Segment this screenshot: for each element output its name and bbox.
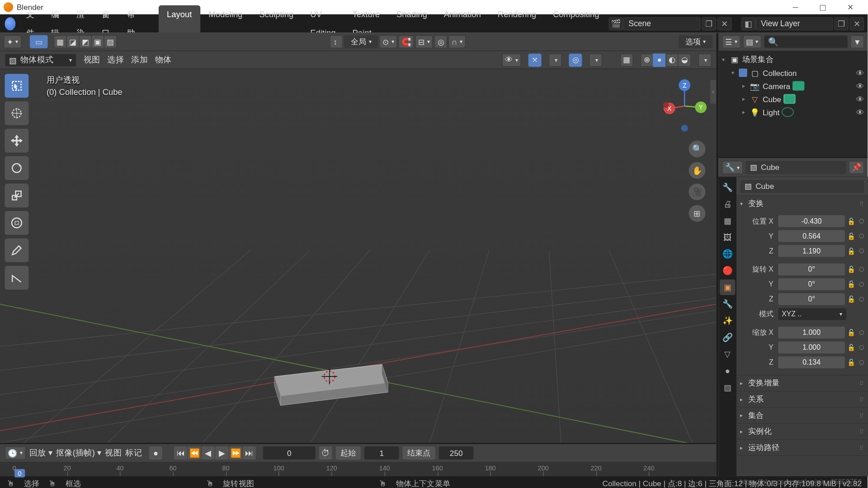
lock-icon[interactable]: 🔓 <box>846 278 857 290</box>
keyframe-dot[interactable] <box>859 345 864 350</box>
proportional-dropdown[interactable]: ∩▾ <box>448 35 465 48</box>
tab-viewlayer-icon[interactable]: ▦ <box>720 213 735 228</box>
jump-next-key-button[interactable]: ⏩ <box>229 446 242 460</box>
3d-viewport[interactable]: 用户透视 (0) Collection | Cube Z X <box>0 69 716 443</box>
menu-add[interactable]: 添加 <box>131 55 148 66</box>
tab-texture-icon[interactable]: ▨ <box>720 380 735 395</box>
timeline-keying[interactable]: 抠像(插帧) ▾ <box>56 448 102 459</box>
timeline-view[interactable]: 视图 <box>105 448 122 459</box>
section-transform[interactable]: ▾变换⠿ <box>736 196 868 211</box>
select-new[interactable]: ▦ <box>54 35 67 48</box>
mode-selector[interactable]: ▧物体模式▾ <box>5 53 76 66</box>
play-button[interactable]: ▶ <box>215 446 228 460</box>
rotation-mode-dropdown[interactable]: XYZ ..▾ <box>778 308 846 320</box>
shading-dropdown[interactable]: ▾ <box>698 53 712 66</box>
n-panel-toggle[interactable]: ‹ <box>710 80 716 104</box>
menu-view[interactable]: 视图 <box>84 55 100 66</box>
outliner-editor-type[interactable]: ☰▾ <box>722 35 741 48</box>
timeline-ruler[interactable]: 0 020406080100120140160180200220240 <box>0 462 716 476</box>
visibility-toggle-icon[interactable]: 👁 <box>856 94 864 103</box>
tab-constraints-icon[interactable]: 🔗 <box>720 329 735 345</box>
jump-prev-key-button[interactable]: ⏪ <box>188 446 201 460</box>
tab-render-icon[interactable]: 🔧 <box>720 179 735 195</box>
blender-icon[interactable] <box>5 17 15 30</box>
outliner-search[interactable]: 🔍 <box>764 35 848 48</box>
current-frame-field[interactable]: 0 <box>263 446 316 460</box>
visibility-dropdown[interactable]: 👁▾ <box>502 53 521 66</box>
outliner-collection[interactable]: ▾▢Collection 👁 <box>718 66 868 79</box>
lock-icon[interactable]: 🔓 <box>846 245 857 257</box>
timeline-marker[interactable]: 标记 <box>125 448 142 459</box>
gizmo-dropdown[interactable]: ▾ <box>548 53 561 66</box>
menu-object[interactable]: 物体 <box>155 55 172 66</box>
shading-rendered[interactable]: ◒ <box>678 53 691 66</box>
scene-new-button[interactable]: ❐ <box>702 17 716 30</box>
outliner-display-mode[interactable]: ▤▾ <box>743 35 761 48</box>
keyframe-dot[interactable] <box>859 219 864 224</box>
shading-solid[interactable]: ● <box>653 53 666 66</box>
location-x-field[interactable]: -0.430 <box>778 215 845 227</box>
lock-icon[interactable]: 🔓 <box>846 230 857 242</box>
visibility-toggle-icon[interactable]: 👁 <box>856 68 864 77</box>
keyframe-dot[interactable] <box>859 234 864 239</box>
section-delta[interactable]: ▸变换增量⠿ <box>736 375 868 391</box>
zoom-button[interactable]: 🔍 <box>689 141 705 157</box>
outliner-filter[interactable]: ▼ <box>850 35 864 48</box>
outliner-item-cube[interactable]: ▸▽Cube 👁 <box>718 92 868 105</box>
rotation-z-field[interactable]: 0° <box>778 293 845 305</box>
overlay-dropdown[interactable]: ▾ <box>589 53 602 66</box>
tab-object-icon[interactable]: ▣ <box>720 280 735 295</box>
tool-select-box[interactable] <box>5 74 29 98</box>
lock-icon[interactable]: 🔓 <box>846 215 857 227</box>
scale-z-field[interactable]: 0.134 <box>778 357 845 368</box>
proportional-toggle[interactable]: ◎ <box>434 35 448 48</box>
pivot-dropdown[interactable]: ⊙▾ <box>379 35 397 48</box>
start-frame-field[interactable]: 1 <box>364 446 399 460</box>
end-frame-field[interactable]: 250 <box>439 446 474 460</box>
section-relations[interactable]: ▸关系⠿ <box>736 392 868 407</box>
keyframe-dot[interactable] <box>859 330 864 335</box>
jump-end-button[interactable]: ⏭ <box>243 446 256 460</box>
lock-icon[interactable]: 🔓 <box>846 342 857 353</box>
timeline-playback[interactable]: 回放 ▾ <box>29 448 52 459</box>
scale-y-field[interactable]: 1.000 <box>778 342 845 353</box>
select-mode-tweak[interactable]: ▭ <box>30 35 48 48</box>
rotation-x-field[interactable]: 0° <box>778 263 845 275</box>
lock-icon[interactable]: 🔓 <box>846 327 857 338</box>
keyframe-dot[interactable] <box>859 267 864 272</box>
properties-editor-type[interactable]: 🔧▾ <box>722 160 743 174</box>
viewlayer-input[interactable] <box>755 17 833 30</box>
select-subtract[interactable]: ◩ <box>79 35 92 48</box>
tool-scale[interactable] <box>5 183 29 207</box>
keyframe-dot[interactable] <box>859 249 864 253</box>
pin-button[interactable]: 📌 <box>849 160 864 174</box>
preview-range-button[interactable]: ⏱ <box>319 446 332 460</box>
outliner-item-camera[interactable]: ▸📷Camera 👁 <box>718 79 868 92</box>
tool-measure[interactable] <box>5 266 29 290</box>
tab-particles-icon[interactable]: ✨ <box>720 313 735 328</box>
section-motion[interactable]: ▸运动路径⠿ <box>736 440 868 455</box>
tab-mesh-icon[interactable]: ▽ <box>720 346 735 361</box>
outliner-scene-collection[interactable]: ▾▣场景集合 <box>718 53 868 66</box>
scene-browse-button[interactable]: 🎬 <box>609 17 623 30</box>
close-button[interactable]: ✕ <box>837 0 864 14</box>
tab-world-icon[interactable]: 🌐 <box>720 246 735 262</box>
xray-toggle[interactable]: ▦ <box>620 53 633 66</box>
object-name-field[interactable]: ▧Cube <box>740 180 864 193</box>
orientation-dropdown[interactable]: 全局▾ <box>344 35 378 48</box>
tool-rotate[interactable] <box>5 156 29 180</box>
visibility-toggle-icon[interactable]: 👁 <box>856 108 864 117</box>
viewport-options-dropdown[interactable]: 选项▾ <box>679 35 712 48</box>
tab-material-icon[interactable]: ● <box>720 363 735 378</box>
tab-modifiers-icon[interactable]: 🔧 <box>720 296 735 312</box>
lock-icon[interactable]: 🔓 <box>846 293 857 305</box>
location-y-field[interactable]: 0.564 <box>778 230 845 242</box>
keyframe-dot[interactable] <box>859 282 864 287</box>
camera-view-button[interactable]: 🎥 <box>689 183 705 200</box>
play-reverse-button[interactable]: ◀ <box>202 446 215 460</box>
section-instancing[interactable]: ▸实例化⠿ <box>736 424 868 439</box>
tab-physics-icon[interactable]: 🔴 <box>720 263 735 278</box>
timeline-editor-type[interactable]: 🕓▾ <box>5 446 26 460</box>
editor-type-button[interactable]: ✦▾ <box>4 35 22 48</box>
scale-x-field[interactable]: 1.000 <box>778 327 845 338</box>
